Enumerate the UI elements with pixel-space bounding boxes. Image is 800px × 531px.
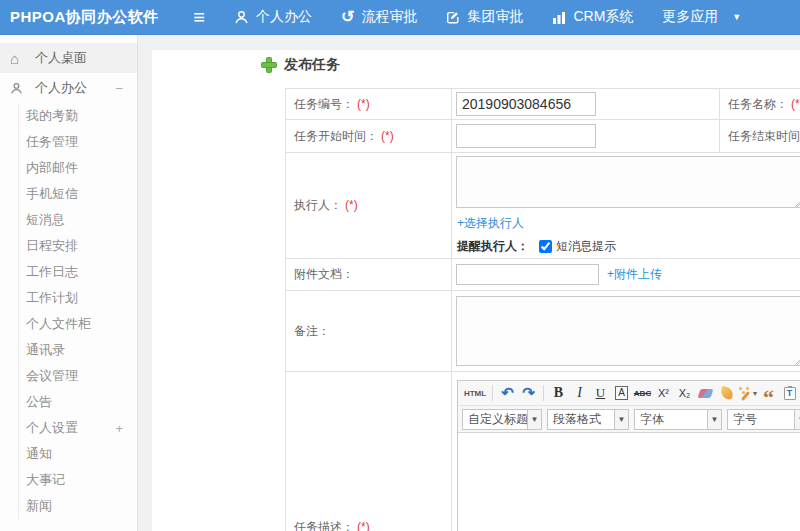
nav-item-group-approval[interactable]: 集团审批 — [446, 8, 523, 26]
end-time-label-cell: 任务结束时间：(*) — [720, 120, 800, 153]
superscript-button[interactable]: X² — [653, 383, 674, 403]
html-source-button[interactable]: HTML — [462, 383, 488, 403]
required-mark: (*) — [381, 129, 394, 143]
page-header: 发布任务 — [262, 55, 340, 75]
font-family-dropdown[interactable]: 字体 ▼ — [634, 409, 722, 430]
field-label: 任务结束时间： — [728, 129, 800, 143]
sidebar-item-schedule[interactable]: 日程安排 — [19, 233, 137, 259]
remark-input-cell — [452, 291, 800, 372]
sms-remind-checkbox[interactable] — [539, 240, 552, 253]
task-number-input[interactable] — [456, 92, 596, 116]
nav-item-personal-office[interactable]: 个人办公 — [234, 8, 312, 26]
sidebar-item-label: 大事记 — [26, 471, 65, 489]
sidebar-item-task-management[interactable]: 任务管理 — [19, 129, 137, 155]
sidebar-item-announcement[interactable]: 公告 — [19, 389, 137, 415]
toolbar-separator — [492, 385, 493, 401]
sidebar-item-label: 公告 — [26, 393, 52, 411]
nav-label: 流程审批 — [361, 8, 417, 26]
attachment-input[interactable] — [456, 264, 599, 285]
bold-button[interactable]: B — [548, 383, 569, 403]
sidebar-item-label: 新闻 — [26, 497, 52, 515]
sidebar-item-address-book[interactable]: 通讯录 — [19, 337, 137, 363]
edit-square-icon — [446, 10, 460, 24]
sidebar-item-label: 工作计划 — [26, 289, 78, 307]
task-number-label-cell: 任务编号：(*) — [286, 89, 452, 120]
custom-title-dropdown[interactable]: 自定义标题 ▼ — [462, 409, 542, 430]
remark-textarea[interactable] — [456, 296, 800, 366]
caret-down-icon: ▼ — [614, 410, 628, 429]
remove-format-button[interactable] — [695, 383, 716, 403]
sidebar-item-label: 任务管理 — [26, 133, 78, 151]
nav-label: CRM系统 — [573, 8, 633, 26]
nav-item-crm[interactable]: CRM系统 — [552, 8, 633, 26]
choose-executor-link[interactable]: +选择执行人 — [457, 216, 524, 230]
paragraph-format-dropdown[interactable]: 段落格式 ▼ — [547, 409, 629, 430]
sidebar-item-personal-office[interactable]: 个人办公 − — [0, 73, 137, 103]
redo-button[interactable]: ↷ — [518, 383, 539, 403]
eraser-icon — [698, 389, 714, 398]
expand-icon[interactable]: + — [115, 421, 123, 436]
sidebar-item-personal-settings[interactable]: 个人设置 + — [19, 415, 137, 441]
sidebar: ⌂ 个人桌面 个人办公 − 我的考勤 任务管理 内部邮件 手机短信 短消息 日程… — [0, 35, 138, 531]
sidebar-item-label: 日程安排 — [26, 237, 78, 255]
remind-executor-label: 提醒执行人： — [457, 238, 529, 255]
sidebar-item-work-log[interactable]: 工作日志 — [19, 259, 137, 285]
editor-content-area[interactable] — [458, 433, 800, 531]
nav-label: 个人办公 — [256, 8, 312, 26]
auto-typeset-button[interactable]: ▾ — [737, 383, 758, 403]
sidebar-item-news[interactable]: 新闻 — [19, 493, 137, 519]
top-nav: 个人办公 ↺ 流程审批 集团审批 CRM系统 更多应用 ▼ — [234, 8, 770, 26]
magic-wand-icon — [738, 387, 751, 400]
brush-icon — [720, 386, 734, 400]
sidebar-item-my-attendance[interactable]: 我的考勤 — [19, 103, 137, 129]
app-logo: PHPOA协同办公软件 — [0, 8, 182, 27]
char-border-button[interactable]: A — [611, 383, 632, 403]
publish-task-form: 任务编号：(*) 任务名称：(*) 任务开始时间：(*) 任务结束时间：(*) … — [285, 88, 800, 531]
field-label: 任务名称： — [728, 97, 788, 111]
sidebar-item-meeting-management[interactable]: 会议管理 — [19, 363, 137, 389]
sidebar-item-personal-desktop[interactable]: ⌂ 个人桌面 — [0, 43, 137, 73]
sidebar-submenu: 我的考勤 任务管理 内部邮件 手机短信 短消息 日程安排 工作日志 工作计划 个… — [18, 103, 137, 519]
format-painter-button[interactable] — [716, 383, 737, 403]
sidebar-item-label: 个人桌面 — [35, 49, 87, 67]
sms-remind-option-label: 短消息提示 — [556, 238, 616, 255]
bar-chart-icon — [552, 11, 566, 24]
sidebar-item-internal-mail[interactable]: 内部邮件 — [19, 155, 137, 181]
description-label-cell: 任务描述：(*) — [286, 372, 452, 531]
field-label: 附件文档： — [294, 267, 354, 281]
sidebar-item-notice[interactable]: 通知 — [19, 441, 137, 467]
sidebar-item-short-message[interactable]: 短消息 — [19, 207, 137, 233]
collapse-icon[interactable]: − — [115, 81, 123, 96]
field-label: 备注： — [294, 324, 330, 338]
attachment-upload-link[interactable]: +附件上传 — [607, 266, 662, 283]
home-icon: ⌂ — [10, 50, 28, 67]
editor-toolbar-row1: HTML ↶ ↷ B I U A ABC X² X₂ ▾ — [458, 381, 800, 406]
italic-button[interactable]: I — [569, 383, 590, 403]
caret-down-icon: ▾ — [753, 389, 757, 398]
nav-item-more-apps[interactable]: 更多应用 ▼ — [662, 8, 741, 26]
sidebar-item-personal-file-cabinet[interactable]: 个人文件柜 — [19, 311, 137, 337]
executor-textarea[interactable] — [456, 156, 800, 208]
paste-as-text-button[interactable]: T — [779, 383, 800, 403]
blockquote-button[interactable]: “ — [758, 383, 779, 403]
sidebar-item-label: 会议管理 — [26, 367, 78, 385]
sidebar-item-work-plan[interactable]: 工作计划 — [19, 285, 137, 311]
required-mark: (*) — [791, 97, 800, 111]
form-row-executor: 执行人：(*) +选择执行人 提醒执行人： 短消息提示 — [286, 153, 800, 259]
caret-down-icon: ▼ — [794, 410, 800, 429]
font-size-dropdown[interactable]: 字号 ▼ — [727, 409, 800, 430]
nav-item-workflow-approval[interactable]: ↺ 流程审批 — [341, 8, 417, 26]
field-label: 任务描述： — [294, 520, 354, 531]
sidebar-item-major-events[interactable]: 大事记 — [19, 467, 137, 493]
dropdown-label: 字号 — [728, 411, 794, 428]
undo-button[interactable]: ↶ — [497, 383, 518, 403]
strikethrough-button[interactable]: ABC — [632, 383, 653, 403]
sidebar-item-label: 通讯录 — [26, 341, 65, 359]
form-row-start-time: 任务开始时间：(*) 任务结束时间：(*) — [286, 120, 800, 153]
start-time-input[interactable] — [456, 124, 596, 148]
dropdown-label: 段落格式 — [548, 411, 614, 428]
sidebar-item-mobile-sms[interactable]: 手机短信 — [19, 181, 137, 207]
hamburger-menu-icon[interactable]: ≡ — [182, 7, 216, 27]
subscript-button[interactable]: X₂ — [674, 383, 695, 403]
underline-button[interactable]: U — [590, 383, 611, 403]
